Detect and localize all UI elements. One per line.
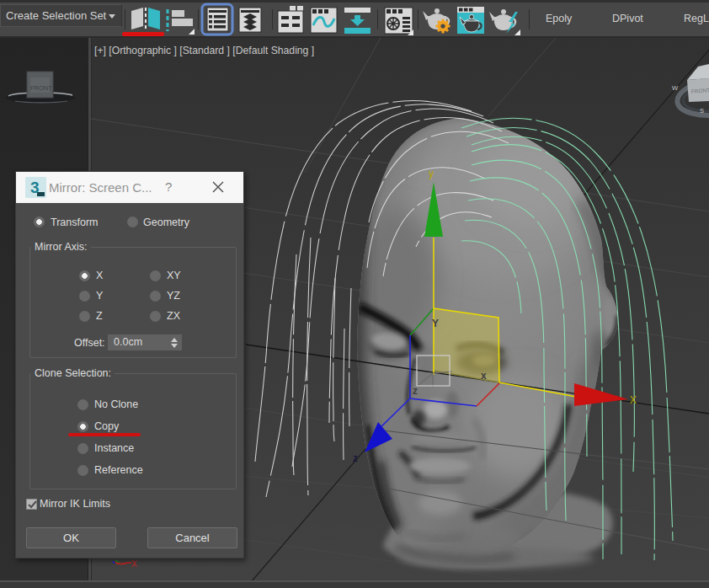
svg-text:Y: Y: [432, 318, 439, 329]
svg-text:z: z: [353, 452, 358, 464]
svg-text:y: y: [429, 168, 434, 179]
svg-text:z: z: [413, 385, 418, 397]
svg-text:X: X: [131, 559, 137, 569]
svg-text:S: S: [700, 107, 704, 115]
svg-text:[+] [Orthographic ] [Standard: [+] [Orthographic ] [Standard ] [Default…: [94, 45, 314, 56]
svg-text:X: X: [630, 394, 637, 406]
svg-text:x: x: [481, 370, 487, 382]
svg-text:W: W: [672, 84, 679, 92]
svg-text:FRONT: FRONT: [30, 84, 52, 92]
